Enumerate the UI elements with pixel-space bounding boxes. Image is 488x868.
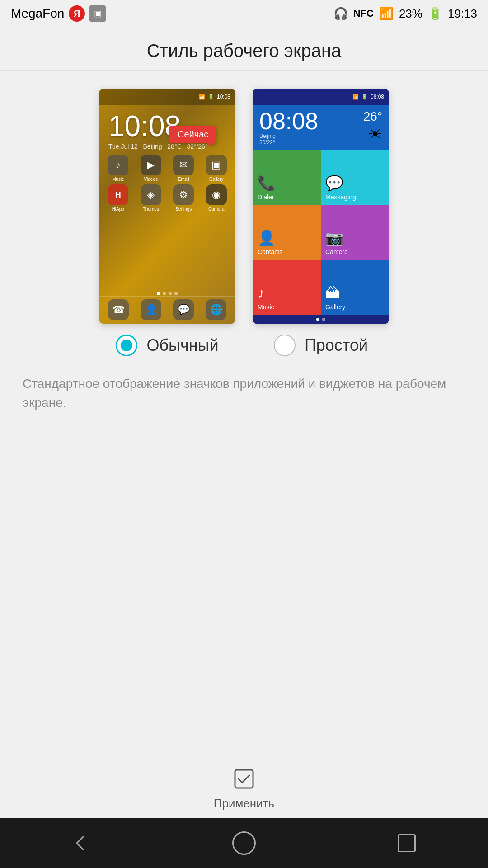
main-content: 📶 🔋 10:08 10:08 Tue,Jul 12 Beijing 28℃ 3…	[0, 71, 488, 760]
list-item: ☎	[103, 299, 134, 320]
email-icon: ✉	[173, 155, 194, 175]
gallery-icon: ▣	[206, 155, 227, 175]
list-item: ◉ Camera	[202, 184, 232, 212]
headphones-icon: 🎧	[333, 7, 348, 21]
simple-weather: 26° ☀	[363, 109, 382, 144]
svg-rect-0	[235, 770, 253, 788]
yandex-icon: Я	[69, 5, 85, 22]
list-item: 👤	[136, 299, 166, 320]
list-item: 👤 Contacts	[253, 205, 321, 260]
recents-button[interactable]	[389, 825, 425, 861]
carrier-label: MegaFon	[11, 6, 64, 21]
hiapp-icon: H	[108, 184, 128, 205]
normal-option-row[interactable]: Обычный	[116, 335, 218, 356]
status-left: MegaFon Я ▣	[11, 5, 106, 22]
simple-dots	[253, 315, 389, 324]
camera-icon: ◉	[206, 184, 227, 205]
list-item: 🌐	[201, 299, 231, 320]
contacts-simple-icon: 👤	[258, 229, 276, 246]
normal-apps-grid: ♪ Music ▶ Videos ✉ Email ▣	[99, 152, 235, 291]
apply-label[interactable]: Применить	[214, 797, 274, 811]
battery-icon: 🔋	[428, 7, 442, 21]
battery-percent: 23%	[399, 7, 422, 21]
home-button[interactable]	[226, 825, 262, 861]
time-display: 19:13	[448, 7, 477, 21]
gallery-simple-icon: 🏔	[325, 285, 340, 302]
normal-date: Tue,Jul 12 Beijing 28℃ 32°/26°	[99, 143, 235, 152]
home-circle	[232, 831, 256, 855]
list-item: 💬	[168, 299, 199, 320]
normal-dock: ☎ 👤 💬 🌐	[99, 296, 235, 324]
simple-option[interactable]: 📶 🔋 08:08 08:08 Beijing30/22° 26° ☀	[253, 89, 389, 356]
simple-label: Простой	[305, 336, 368, 355]
simple-temp: 26°	[363, 109, 382, 124]
list-item: H HiApp	[103, 184, 133, 212]
preview-row: 📶 🔋 10:08 10:08 Tue,Jul 12 Beijing 28℃ 3…	[18, 89, 470, 356]
list-item: ♪ Music	[253, 260, 321, 315]
list-item: 📞 Dialer	[253, 150, 321, 205]
dialer-icon: 📞	[258, 175, 276, 192]
simple-time: 08:08	[259, 109, 318, 133]
list-item: 📷 Camera	[321, 205, 389, 260]
videos-icon: ▶	[141, 155, 161, 175]
apply-bar[interactable]: Применить	[0, 760, 488, 818]
list-item: ♪ Music	[103, 155, 133, 182]
list-item: ▶ Videos	[136, 155, 166, 182]
seychar-badge: Сейчас	[169, 126, 216, 143]
contacts-dock-icon: 👤	[141, 299, 161, 320]
sun-icon: ☀	[368, 125, 382, 144]
description-text: Стандартное отображение значков приложен…	[18, 374, 470, 412]
nfc-label: NFC	[353, 8, 374, 19]
music-simple-icon: ♪	[258, 285, 265, 302]
messages-icon: 💬	[173, 299, 194, 320]
phone-icon: ☎	[108, 299, 129, 320]
themes-icon: ◈	[141, 184, 161, 205]
status-bar: MegaFon Я ▣ 🎧 NFC 📶 23% 🔋 19:13	[0, 0, 488, 27]
back-button[interactable]	[63, 825, 99, 861]
simple-status-bar: 📶 🔋 08:08	[253, 89, 389, 105]
simple-header: 08:08 Beijing30/22° 26° ☀	[253, 105, 389, 150]
simple-option-row[interactable]: Простой	[274, 335, 368, 356]
list-item: ◈ Themes	[136, 184, 166, 212]
gallery-status-icon: ▣	[89, 5, 106, 22]
normal-status-bar: 📶 🔋 10:08	[99, 89, 235, 105]
normal-option[interactable]: 📶 🔋 10:08 10:08 Tue,Jul 12 Beijing 28℃ 3…	[99, 89, 235, 356]
browser-icon: 🌐	[206, 299, 226, 320]
simple-location: Beijing30/22°	[259, 133, 318, 146]
page-title: Стиль рабочего экрана	[18, 41, 470, 61]
normal-screen: 📶 🔋 10:08 10:08 Tue,Jul 12 Beijing 28℃ 3…	[99, 89, 235, 324]
list-item: ⚙ Settings	[169, 184, 199, 212]
recents-square	[398, 834, 416, 852]
settings-icon: ⚙	[173, 184, 194, 205]
nav-bar	[0, 818, 488, 868]
signal-icon: 📶	[379, 7, 394, 21]
simple-screen: 📶 🔋 08:08 08:08 Beijing30/22° 26° ☀	[253, 89, 389, 324]
page-header: Стиль рабочего экрана	[0, 27, 488, 71]
list-item: 💬 Messaging	[321, 150, 389, 205]
normal-label: Обычный	[146, 336, 218, 355]
camera-simple-icon: 📷	[325, 229, 343, 246]
music-icon: ♪	[108, 155, 128, 175]
checkmark-icon	[233, 768, 255, 794]
list-item: 🏔 Gallery	[321, 260, 389, 315]
list-item: ✉ Email	[169, 155, 199, 182]
simple-radio[interactable]	[274, 335, 296, 356]
messaging-icon: 💬	[325, 175, 343, 192]
list-item: ▣ Gallery	[202, 155, 232, 182]
normal-dots	[99, 291, 235, 296]
status-right: 🎧 NFC 📶 23% 🔋 19:13	[333, 7, 477, 21]
normal-radio[interactable]	[116, 335, 137, 356]
simple-apps-grid: 📞 Dialer 💬 Messaging 👤 Contacts 📷	[253, 150, 389, 315]
